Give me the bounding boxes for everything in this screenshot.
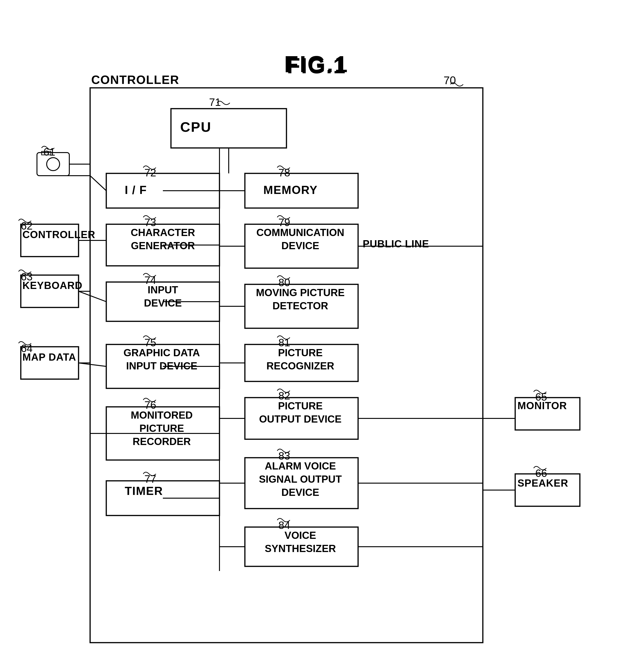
timer-label: TIMER xyxy=(125,484,163,498)
input-dev-label: INPUTDEVICE xyxy=(108,283,217,310)
ref-70: 70 xyxy=(444,74,456,87)
ref-77: 77 xyxy=(144,473,156,485)
svg-line-42 xyxy=(79,363,106,366)
ref-72: 72 xyxy=(144,166,156,179)
keyboard-ext-label: KEYBOARD xyxy=(22,280,82,291)
svg-rect-2 xyxy=(106,173,220,208)
char-gen-label: CHARACTERGENERATOR xyxy=(108,226,217,252)
controller-ext-label: CONTROLLER xyxy=(22,229,95,240)
mpr-label: MONITOREDPICTURERECORDER xyxy=(107,408,216,448)
controller-outer-label: CONTROLLER xyxy=(91,73,179,87)
ref-61: 61 xyxy=(44,146,55,158)
moving-pic-label: MOVING PICTUREDETECTOR xyxy=(246,286,355,312)
memory-label: MEMORY xyxy=(263,183,318,197)
ref-78: 78 xyxy=(278,166,290,179)
public-line-label: PUBLIC LINE xyxy=(363,238,429,250)
comm-dev-label: COMMUNICATIONDEVICE xyxy=(246,226,355,252)
if-label: I / F xyxy=(125,183,147,197)
svg-line-40 xyxy=(79,291,106,302)
cpu-label: CPU xyxy=(180,119,211,135)
speaker-ext-label: SPEAKER xyxy=(517,477,568,489)
ref-71: 71 xyxy=(209,96,221,109)
monitor-ext-label: MONITOR xyxy=(517,400,567,411)
pic-out-label: PICTUREOUTPUT DEVICE xyxy=(246,399,355,426)
pic-recog-label: PICTURERECOGNIZER xyxy=(246,346,355,373)
alarm-label: ALARM VOICESIGNAL OUTPUTDEVICE xyxy=(246,459,355,499)
map-data-ext-label: MAP DATA xyxy=(22,351,76,363)
voice-synth-label: VOICESYNTHESIZER xyxy=(246,529,355,555)
graphic-label: GRAPHIC DATAINPUT DEVICE xyxy=(107,346,216,373)
svg-point-57 xyxy=(47,158,59,171)
svg-line-37 xyxy=(90,176,106,191)
